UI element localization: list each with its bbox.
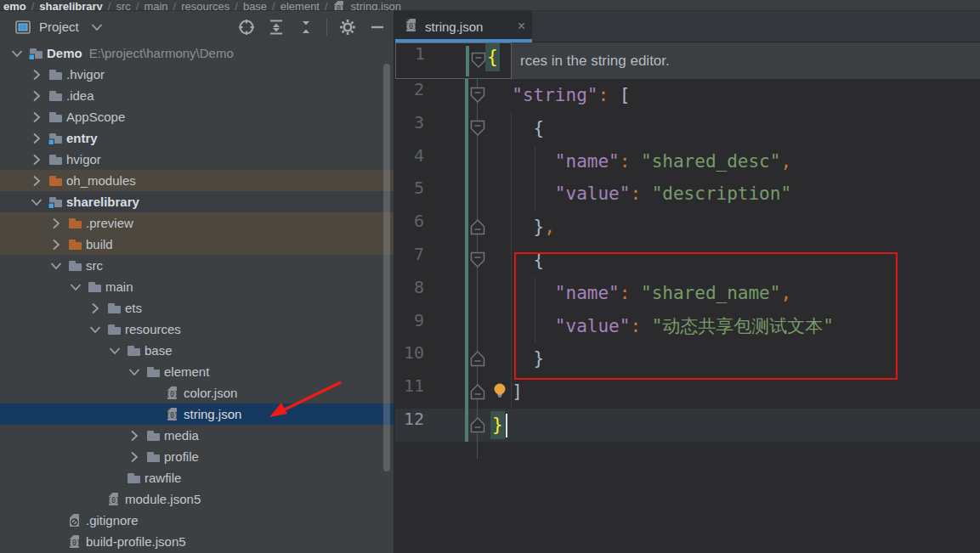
tab-string-json[interactable]: {0} string.json ×: [395, 11, 532, 42]
code-line-10[interactable]: 10 }: [395, 342, 980, 375]
code-line-7[interactable]: 7 {: [395, 244, 980, 277]
chevron-down-icon[interactable]: [106, 342, 126, 359]
breadcrumb-separator: /: [108, 0, 111, 11]
chevron-down-icon[interactable]: [126, 364, 145, 381]
code-line-11[interactable]: 11 ]: [395, 375, 980, 409]
chevron-down-icon[interactable]: [88, 18, 106, 37]
chevron-down-icon[interactable]: [28, 194, 48, 211]
tree-item-string-json[interactable]: {0}string.json: [0, 403, 394, 425]
tree-item-module-json5[interactable]: {0}module.json5: [0, 488, 394, 510]
tree-item-ets[interactable]: ets: [0, 297, 394, 319]
code-line-3[interactable]: 3 {: [395, 112, 980, 145]
breadcrumb-item-sharelibrary[interactable]: sharelibrary: [39, 0, 102, 11]
tree-item-demo[interactable]: DemoE:\project\harmony\Demo: [0, 42, 394, 64]
chevron-right-icon[interactable]: [28, 172, 48, 189]
line-number: 1: [396, 43, 425, 64]
tab-close-icon[interactable]: ×: [518, 20, 525, 33]
fold-close-icon[interactable]: [470, 350, 485, 370]
fold-open-icon[interactable]: [470, 87, 485, 107]
chevron-right-icon[interactable]: [126, 427, 145, 444]
collapse-all-icon[interactable]: [297, 18, 315, 37]
tree-item-resources[interactable]: resources: [0, 319, 394, 340]
fold-close-icon[interactable]: [470, 383, 485, 403]
code-line-8[interactable]: 8 "name": "shared_name",: [395, 277, 980, 310]
tree-item-base[interactable]: base: [0, 340, 394, 361]
tree-item-label: .idea: [66, 88, 94, 103]
tree-item-label: profile: [164, 449, 199, 464]
tree-item-main[interactable]: main: [0, 276, 394, 297]
chevron-down-icon[interactable]: [48, 257, 67, 274]
breadcrumb-item-resources[interactable]: resources: [181, 0, 229, 11]
chevron-right-icon[interactable]: [126, 449, 145, 466]
breadcrumb-item-base[interactable]: base: [243, 0, 267, 11]
chevron-down-icon[interactable]: [8, 45, 28, 62]
project-tree[interactable]: DemoE:\project\harmony\Demo.hvigor.ideaA…: [0, 42, 394, 553]
tree-item-media[interactable]: media: [0, 425, 394, 446]
tree-item-oh-modules[interactable]: oh_modules: [0, 170, 394, 191]
chevron-right-icon[interactable]: [28, 109, 48, 126]
expand-all-icon[interactable]: [267, 18, 286, 37]
tree-item-appscope[interactable]: AppScope: [0, 106, 394, 127]
settings-icon[interactable]: [338, 18, 357, 37]
tree-item-color-json[interactable]: {0}color.json: [0, 382, 394, 403]
folder-icon: [126, 470, 144, 487]
fold-open-icon[interactable]: [470, 120, 485, 140]
folder-icon: [48, 87, 66, 104]
tree-item--preview[interactable]: .preview: [0, 212, 394, 234]
chevron-right-icon[interactable]: [48, 236, 67, 253]
tree-item--idea[interactable]: .idea: [0, 85, 394, 106]
editor-area: {0} string.json × rces in the string edi…: [395, 11, 980, 553]
code-line-9[interactable]: 9 "value": "动态共享包测试文本": [395, 310, 980, 343]
chevron-down-icon[interactable]: [67, 279, 87, 296]
json-icon: {0}: [106, 491, 125, 507]
code-line-4[interactable]: 4 "name": "shared_desc",: [395, 145, 980, 178]
code-line-2[interactable]: 2 "string": [: [395, 79, 980, 112]
chevron-placeholder: [48, 533, 67, 550]
line-number: 9: [395, 310, 424, 330]
tree-item-rawfile[interactable]: rawfile: [0, 467, 394, 488]
chevron-right-icon[interactable]: [28, 66, 48, 83]
breadcrumb-item-element[interactable]: element: [280, 0, 320, 11]
code-text: }: [490, 342, 544, 375]
line-number: 2: [395, 79, 424, 99]
breadcrumb[interactable]: emo/sharelibrary/src/main/resources/base…: [0, 0, 980, 11]
tree-item-build[interactable]: build: [0, 234, 394, 255]
intention-lightbulb-icon[interactable]: [492, 382, 507, 402]
editor-content[interactable]: rces in the string editor. 1 { 2 "string…: [395, 42, 980, 553]
tree-item-build-profile-json5[interactable]: {0}build-profile.json5: [0, 531, 394, 552]
tree-scrollbar-thumb[interactable]: [383, 64, 390, 471]
breadcrumb-separator: /: [325, 0, 328, 11]
chevron-down-icon[interactable]: [87, 321, 106, 338]
code-line-12[interactable]: 12}: [395, 409, 980, 442]
breadcrumb-item-string-json[interactable]: string.json: [351, 0, 401, 11]
tree-item--gitignore[interactable]: .gitignore: [0, 510, 394, 531]
tree-item-label: main: [105, 279, 133, 294]
code-line-6[interactable]: 6 },: [395, 211, 980, 244]
chevron-right-icon[interactable]: [87, 300, 106, 317]
breadcrumb-separator: /: [31, 0, 35, 11]
tree-item-profile[interactable]: profile: [0, 446, 394, 467]
tree-item-sharelibrary[interactable]: sharelibrary: [0, 191, 394, 212]
fold-close-icon[interactable]: [470, 416, 485, 437]
fold-close-icon[interactable]: [470, 218, 485, 239]
tree-item-src[interactable]: src: [0, 255, 394, 276]
tree-item-entry[interactable]: entry: [0, 127, 394, 149]
fold-open-icon[interactable]: [471, 52, 486, 72]
chevron-right-icon[interactable]: [48, 215, 67, 232]
tree-item-hvigor[interactable]: hvigor: [0, 149, 394, 170]
locate-icon[interactable]: [237, 18, 256, 37]
tree-item--hvigor[interactable]: .hvigor: [0, 64, 394, 85]
code-text: "string": [: [490, 79, 630, 112]
breadcrumb-item-src[interactable]: src: [116, 0, 130, 11]
tree-item-label: element: [164, 364, 209, 379]
fold-open-icon[interactable]: [470, 251, 485, 272]
chevron-right-icon[interactable]: [28, 130, 48, 147]
chevron-right-icon[interactable]: [28, 151, 48, 168]
breadcrumb-item-emo[interactable]: emo: [3, 0, 26, 11]
code-line-5[interactable]: 5 "value": "description": [395, 178, 980, 211]
svg-text:{0}: {0}: [107, 496, 120, 505]
chevron-right-icon[interactable]: [28, 87, 48, 104]
tree-item-element[interactable]: element: [0, 361, 394, 382]
hide-panel-icon[interactable]: [368, 18, 387, 37]
breadcrumb-item-main[interactable]: main: [144, 0, 167, 11]
